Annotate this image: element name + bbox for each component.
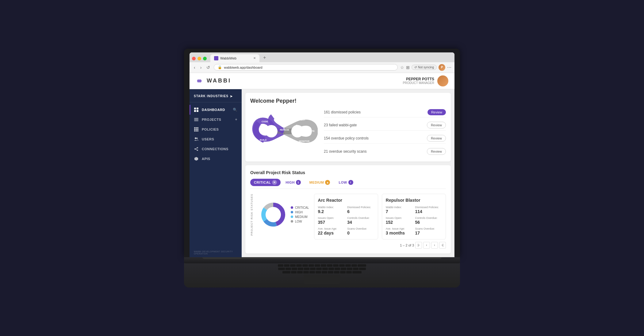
forward-button[interactable]: ›: [199, 64, 203, 71]
wabbi-logo: WABBI: [196, 78, 231, 84]
refresh-button[interactable]: ↺: [205, 64, 211, 71]
svg-text:PLAN: PLAN: [275, 117, 282, 120]
browser-tab[interactable]: WabbiWeb ✕: [210, 54, 259, 62]
browser-user-avatar[interactable]: P: [439, 64, 445, 71]
svg-text:CODE: CODE: [262, 120, 268, 123]
user-avatar[interactable]: [437, 75, 448, 86]
url-text: wabbiweb.app/dashboard: [224, 66, 262, 69]
sidebar-item-users[interactable]: USERS: [190, 134, 242, 144]
trackpad[interactable]: [304, 275, 340, 284]
extensions-icon[interactable]: ⊞: [406, 65, 410, 70]
sidebar-footer: WABBI DEVELOPMENT SECURITY OPERATION: [194, 250, 237, 255]
svg-point-23: [197, 147, 198, 148]
controls-overdue-value: 34: [347, 220, 374, 225]
app-header: WABBI PEPPER POTTS PRODUCT MANAGER: [190, 73, 454, 89]
sidebar-item-dashboard[interactable]: DASHBOARD 🔍: [190, 105, 242, 115]
project-cards-section: Arc Reactor Wabbi Index: 9.2: [314, 194, 446, 249]
svg-rect-0: [215, 57, 218, 60]
minimize-button[interactable]: [197, 57, 201, 60]
add-icon[interactable]: +: [235, 117, 237, 122]
svg-rect-6: [194, 110, 196, 112]
svg-point-22: [194, 148, 196, 150]
alert-row-3: 21 overdue security scans Review: [324, 146, 446, 157]
main-content: Welcome Pepper!: [242, 89, 454, 257]
tab-close-icon[interactable]: ✕: [253, 56, 256, 60]
alert-row-2: 154 overdue policy controls Review: [324, 133, 446, 144]
dismissed-policies-label: Dismissed Policies:: [347, 206, 374, 209]
risk-tabs: CRITICAL ✕ HIGH 1 MEDIUM ▲: [250, 179, 446, 189]
sidebar-item-apis[interactable]: APIS: [190, 154, 242, 164]
svg-rect-13: [197, 127, 198, 128]
back-button[interactable]: ‹: [193, 64, 197, 71]
maximize-button[interactable]: [203, 57, 207, 60]
search-icon[interactable]: 🔍: [233, 108, 238, 112]
svg-rect-17: [194, 130, 195, 132]
controls-overdue-label: Controls Overdue:: [347, 216, 374, 220]
sidebar-item-connections[interactable]: CONNECTIONS: [190, 144, 242, 154]
high-dot: [291, 211, 293, 213]
issues-open-label-r: Issues Open:: [386, 216, 413, 220]
stat-scans-overdue-r: Scans Overdue: 17: [415, 227, 442, 235]
tab-label: WabbiWeb: [220, 56, 236, 60]
low-label: LOW: [339, 181, 347, 184]
apis-icon: [194, 156, 199, 161]
sidebar-item-projects[interactable]: PROJECTS +: [190, 115, 242, 124]
svg-text:DEPLOY: DEPLOY: [296, 118, 305, 121]
review-btn-2[interactable]: Review: [427, 135, 446, 142]
policies-label: POLICIES: [202, 128, 219, 131]
users-icon: [194, 137, 199, 142]
pagination: 1 – 2 of 3 |‹ ‹ › ›|: [314, 242, 446, 249]
tab-high[interactable]: HIGH 1: [282, 179, 305, 186]
new-tab-button[interactable]: +: [261, 55, 268, 62]
legend-medium-label: MEDIUM: [295, 215, 308, 219]
bookmark-icon[interactable]: ☆: [400, 65, 404, 70]
laptop-hinge: [202, 257, 442, 259]
welcome-title: Welcome Pepper!: [250, 98, 446, 104]
tab-low[interactable]: LOW i: [335, 179, 357, 186]
header-user: PEPPER POTTS PRODUCT MANAGER: [403, 75, 448, 86]
svg-rect-4: [194, 108, 196, 109]
brand-arrow: ➤: [230, 94, 233, 98]
svg-rect-14: [194, 129, 195, 130]
review-btn-3[interactable]: Review: [427, 148, 446, 155]
prev-page-button[interactable]: ‹: [423, 242, 430, 249]
alert-text-3: 21 overdue security scans: [324, 149, 366, 154]
wabbi-index-label-r: Wabbi Index:: [386, 206, 413, 209]
sidebar-item-policies[interactable]: POLICIES: [190, 124, 242, 134]
dashboard-icon: [194, 107, 199, 112]
last-page-button[interactable]: ›|: [439, 242, 446, 249]
svg-rect-15: [196, 129, 197, 130]
stat-ave-issue-age-r: Ave. Issue Age: 3 months: [386, 227, 413, 235]
svg-point-20: [195, 137, 197, 139]
legend-critical: CRITICAL: [291, 206, 309, 209]
sync-status[interactable]: ↺ Not syncing: [412, 65, 437, 70]
risk-content: PROJECT RISK STATUSES: [250, 194, 446, 249]
low-badge: i: [348, 180, 353, 185]
review-btn-0[interactable]: Review: [427, 109, 446, 115]
svg-point-28: [265, 125, 278, 137]
close-button[interactable]: [192, 57, 196, 60]
stat-wabbi-index-r: Wabbi Index: 7: [386, 206, 413, 214]
legend-critical-label: CRITICAL: [295, 206, 309, 209]
stat-controls-overdue: Controls Overdue: 34: [347, 216, 374, 225]
devops-diagram: CODE PLAN DEPLOY RELEASE OPERATE MONITOR…: [250, 111, 318, 152]
pagination-range: 1 – 2 of 3: [400, 243, 414, 247]
alert-text-2: 154 overdue policy controls: [324, 136, 369, 140]
critical-label: CRITICAL: [254, 181, 271, 184]
tab-critical[interactable]: CRITICAL ✕: [250, 179, 281, 186]
review-btn-1[interactable]: Review: [427, 122, 446, 128]
risk-chart-section: PROJECT RISK STATUSES: [250, 194, 309, 236]
next-page-button[interactable]: ›: [431, 242, 438, 249]
ave-issue-age-label-r: Ave. Issue Age:: [386, 227, 413, 230]
first-page-button[interactable]: |‹: [415, 242, 422, 249]
svg-text:BUILD: BUILD: [260, 139, 266, 141]
repulsor-stats: Wabbi Index: 7 Dismissed Policies: 114: [386, 206, 442, 235]
tab-medium[interactable]: MEDIUM ▲: [306, 179, 334, 186]
logo-icon: [196, 78, 204, 84]
menu-icon[interactable]: ⋯: [447, 65, 451, 70]
svg-line-26: [196, 149, 197, 150]
svg-text:MONITOR: MONITOR: [299, 140, 310, 143]
address-bar[interactable]: 🔒 wabbiweb.app/dashboard: [214, 64, 397, 71]
svg-rect-12: [196, 127, 197, 128]
svg-rect-7: [197, 110, 198, 112]
